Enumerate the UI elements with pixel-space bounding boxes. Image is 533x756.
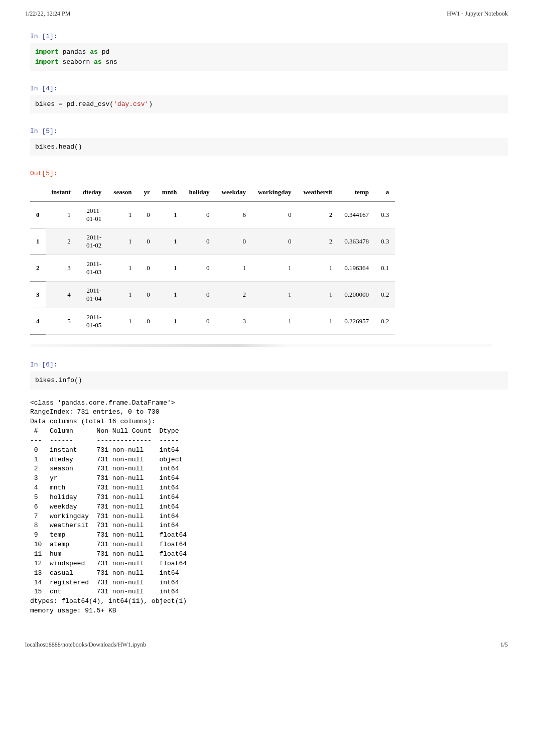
- table-header: a: [375, 183, 395, 202]
- keyword-import: import: [35, 48, 59, 56]
- table-cell: 0.363478: [338, 228, 375, 255]
- table-row: 232011-01-0310101110.1963640.1: [30, 255, 395, 282]
- table-cell: 0.196364: [338, 255, 375, 282]
- table-header: mnth: [156, 183, 183, 202]
- table-cell: 1: [252, 308, 297, 335]
- table-cell: 1: [107, 308, 138, 335]
- table-header: dteday: [77, 183, 108, 202]
- table-cell: 2011-01-02: [77, 228, 108, 255]
- keyword-as: as: [94, 58, 102, 66]
- alias: pd: [98, 48, 109, 56]
- table-cell: 1: [107, 202, 138, 228]
- horizontal-scrollbar[interactable]: [30, 344, 492, 347]
- code-line: bikes.head(): [35, 143, 82, 151]
- keyword-import: import: [35, 58, 59, 66]
- table-header: workingday: [252, 183, 297, 202]
- table-cell: 1: [30, 228, 46, 255]
- input-prompt: In [5]:: [30, 122, 508, 138]
- table-cell: 1: [156, 308, 183, 335]
- table-cell: 1: [252, 255, 297, 282]
- table-cell: 0: [252, 202, 297, 228]
- table-cell: 3: [46, 255, 77, 282]
- table-cell: 0: [30, 202, 46, 228]
- table-cell: 0.2: [375, 308, 395, 335]
- output-prompt: Out[5]:: [30, 165, 508, 180]
- header-title: HW1 - Jupyter Notebook: [447, 10, 508, 18]
- table-cell: 0: [252, 228, 297, 255]
- table-row: 342011-01-0410102110.2000000.2: [30, 282, 395, 308]
- table-cell: 0: [138, 255, 156, 282]
- paren-close: ): [149, 100, 153, 108]
- table-cell: 1: [107, 228, 138, 255]
- table-header: holiday: [183, 183, 215, 202]
- table-cell: 0.1: [375, 255, 395, 282]
- table-cell: 4: [46, 282, 77, 308]
- footer-page-number: 1/5: [500, 641, 508, 649]
- code-cell[interactable]: bikes.head(): [30, 138, 508, 156]
- table-cell: 2: [297, 202, 338, 228]
- code-cell[interactable]: bikes.info(): [30, 371, 508, 390]
- table-cell: 0: [138, 308, 156, 335]
- variable: bikes: [35, 100, 59, 108]
- string-literal: 'day.csv': [113, 100, 149, 108]
- dataframe-table: instantdtedayseasonyrmnthholidayweekdayw…: [30, 183, 395, 335]
- code-cell[interactable]: bikes = pd.read_csv('day.csv'): [30, 95, 508, 113]
- table-header: weathersit: [297, 183, 338, 202]
- code-cell[interactable]: import pandas as pd import seaborn as sn…: [30, 43, 508, 71]
- table-cell: 2011-01-04: [77, 282, 108, 308]
- module-name: pandas: [59, 48, 90, 56]
- table-cell: 3: [30, 282, 46, 308]
- table-cell: 2011-01-01: [77, 202, 108, 228]
- table-cell: 0.226957: [338, 308, 375, 335]
- table-cell: 1: [107, 255, 138, 282]
- table-cell: 2: [297, 228, 338, 255]
- alias: sns: [102, 58, 117, 66]
- table-cell: 1: [156, 255, 183, 282]
- table-cell: 0: [183, 255, 215, 282]
- table-cell: 5: [46, 308, 77, 335]
- table-cell: 0: [216, 228, 252, 255]
- table-cell: 0.3: [375, 228, 395, 255]
- table-row: 122011-01-0210100020.3634780.3: [30, 228, 395, 255]
- table-cell: 0: [183, 308, 215, 335]
- input-prompt: In [1]:: [30, 28, 508, 43]
- code-line: bikes.info(): [35, 376, 82, 384]
- table-cell: 0: [138, 202, 156, 228]
- function-call: pd.read_csv(: [63, 100, 113, 108]
- table-cell: 2011-01-03: [77, 255, 108, 282]
- table-cell: 2: [46, 228, 77, 255]
- table-cell: 1: [297, 255, 338, 282]
- table-cell: 1: [156, 228, 183, 255]
- notebook-body: In [1]: import pandas as pd import seabo…: [25, 28, 508, 616]
- table-cell: 0: [183, 202, 215, 228]
- table-header: temp: [338, 183, 375, 202]
- table-cell: 1: [252, 282, 297, 308]
- table-cell: 1: [46, 202, 77, 228]
- table-row: 012011-01-0110106020.3441670.3: [30, 202, 395, 228]
- table-cell: 6: [216, 202, 252, 228]
- table-cell: 0.3: [375, 202, 395, 228]
- print-footer: localhost:8888/notebooks/Downloads/HW1.i…: [25, 641, 508, 649]
- table-header: season: [107, 183, 138, 202]
- table-cell: 2011-01-05: [77, 308, 108, 335]
- table-cell: 1: [297, 308, 338, 335]
- table-cell: 0.2: [375, 282, 395, 308]
- table-header: yr: [138, 183, 156, 202]
- table-header: [30, 183, 46, 202]
- module-name: seaborn: [59, 58, 94, 66]
- print-header: 1/22/22, 12:24 PM HW1 - Jupyter Notebook: [25, 10, 508, 18]
- header-timestamp: 1/22/22, 12:24 PM: [25, 10, 70, 18]
- table-row: 452011-01-0510103110.2269570.2: [30, 308, 395, 335]
- table-cell: 1: [216, 255, 252, 282]
- input-prompt: In [4]:: [30, 80, 508, 95]
- stdout-output: <class 'pandas.core.frame.DataFrame'> Ra…: [30, 399, 508, 616]
- operator-equals: =: [59, 100, 63, 108]
- table-cell: 1: [156, 282, 183, 308]
- table-cell: 4: [30, 308, 46, 335]
- table-cell: 0.344167: [338, 202, 375, 228]
- footer-url: localhost:8888/notebooks/Downloads/HW1.i…: [25, 641, 146, 649]
- table-cell: 2: [216, 282, 252, 308]
- table-cell: 1: [107, 282, 138, 308]
- table-cell: 0: [183, 282, 215, 308]
- table-cell: 1: [156, 202, 183, 228]
